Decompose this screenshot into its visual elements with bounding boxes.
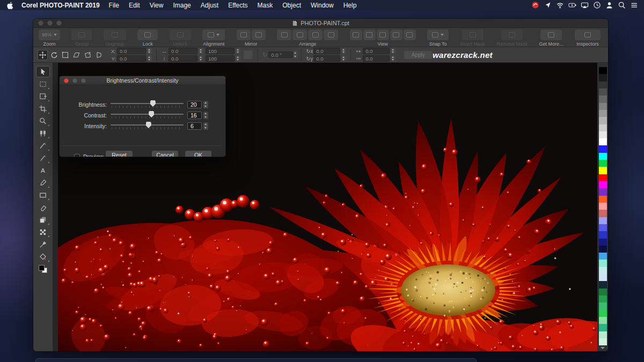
minimize-window-button[interactable]: [47, 20, 53, 26]
slider-track[interactable]: [111, 111, 184, 120]
palette-swatch-25[interactable]: [599, 246, 607, 253]
color-swatches-tool[interactable]: [36, 263, 50, 275]
palette-swatch-6[interactable]: [599, 110, 607, 117]
offset-x-field[interactable]: 0.0: [363, 48, 390, 54]
reset-button[interactable]: Reset: [106, 151, 133, 157]
palette-swatch-5[interactable]: [599, 103, 607, 110]
palette-swatch-33[interactable]: [599, 302, 607, 309]
to-back-button[interactable]: [324, 29, 338, 40]
clone-tool[interactable]: [36, 128, 50, 139]
palette-scroll-down-icon[interactable]: [601, 347, 605, 349]
liquid-tool[interactable]: [36, 152, 50, 164]
rectangle-tool[interactable]: [36, 189, 50, 201]
ungroup-button[interactable]: [104, 29, 126, 40]
menu-adjust[interactable]: Adjust: [196, 2, 223, 9]
palette-swatch-31[interactable]: [599, 289, 607, 295]
menu-image[interactable]: Image: [168, 2, 195, 9]
y-position-field[interactable]: 0.0: [117, 55, 146, 62]
palette-swatch-22[interactable]: [599, 224, 607, 231]
x-position-field[interactable]: 0.0: [117, 48, 146, 54]
palette-swatch-0[interactable]: [599, 67, 607, 74]
palette-swatch-28[interactable]: [599, 267, 607, 274]
spotlight-search-icon[interactable]: [617, 1, 626, 9]
palette-swatch-16[interactable]: [599, 181, 607, 188]
offset-y-field[interactable]: 0.0: [363, 55, 390, 62]
notification-list-icon[interactable]: [630, 1, 639, 9]
palette-swatch-32[interactable]: [599, 295, 607, 302]
height-field[interactable]: 0.0: [169, 55, 197, 62]
perspective-mode-button[interactable]: [94, 50, 104, 60]
apple-menu-icon[interactable]: [4, 2, 16, 9]
rotate-center-y-field[interactable]: 0.0: [313, 55, 340, 62]
pick-tool[interactable]: [36, 66, 50, 77]
foreground-background-swatches[interactable]: [39, 265, 47, 273]
mask-transform-tool[interactable]: [36, 91, 50, 102]
remove-mask-button[interactable]: [501, 29, 523, 40]
location-icon[interactable]: [543, 1, 552, 9]
guidelines-button[interactable]: [390, 29, 402, 40]
palette-swatch-27[interactable]: [599, 260, 607, 267]
skew-mode-button[interactable]: [71, 50, 82, 60]
slider-stepper[interactable]: [203, 112, 208, 119]
slider-track[interactable]: [111, 100, 184, 109]
palette-swatch-13[interactable]: [599, 160, 607, 167]
zoom-level-dropdown-button[interactable]: 98%: [39, 29, 60, 40]
time-machine-icon[interactable]: [592, 1, 602, 9]
menu-object[interactable]: Object: [277, 2, 306, 9]
zoom-window-button[interactable]: [56, 20, 62, 26]
palette-swatch-34[interactable]: [599, 310, 607, 317]
palette-swatch-26[interactable]: [599, 253, 607, 260]
ok-button[interactable]: OK: [185, 151, 211, 157]
fill-tool[interactable]: [36, 251, 50, 262]
palette-swatch-21[interactable]: [599, 217, 607, 224]
to-front-button[interactable]: [277, 29, 291, 40]
rotate-mode-button[interactable]: [49, 50, 59, 60]
preview-checkbox[interactable]: [74, 154, 80, 158]
inspectors-button[interactable]: [575, 29, 601, 40]
get-more-button[interactable]: [540, 29, 562, 40]
dialog-title-bar[interactable]: Brightness/Contrast/Intensity: [60, 76, 225, 85]
palette-swatch-2[interactable]: [599, 82, 607, 88]
menu-effects[interactable]: Effects: [223, 2, 252, 9]
lock-button[interactable]: [137, 29, 158, 40]
battery-charging-icon[interactable]: [568, 1, 577, 9]
palette-swatch-17[interactable]: [599, 188, 607, 195]
window-title-bar[interactable]: PHOTO-PAINT.cpt: [33, 19, 608, 28]
rotate-center-y-stepper[interactable]: [341, 55, 346, 62]
palette-swatch-3[interactable]: [599, 88, 607, 95]
maintain-ratio-button[interactable]: [244, 50, 252, 59]
rotate-center-x-stepper[interactable]: [341, 48, 346, 54]
palette-swatch-12[interactable]: [599, 153, 607, 160]
zoom-tool[interactable]: [36, 115, 50, 127]
eyedropper-tool[interactable]: [36, 239, 50, 250]
menu-mask[interactable]: Mask: [253, 2, 278, 9]
offset-x-stepper[interactable]: [391, 48, 396, 54]
width-stepper[interactable]: [199, 48, 203, 54]
text-tool[interactable]: A: [36, 165, 50, 176]
palette-swatch-15[interactable]: [599, 174, 607, 181]
slider-value-field[interactable]: 16: [187, 112, 202, 119]
grid-button[interactable]: [377, 29, 389, 40]
palette-swatch-11[interactable]: [599, 145, 607, 152]
wifi-icon[interactable]: [555, 1, 565, 9]
group-button[interactable]: [71, 29, 92, 40]
rectangle-mask-tool[interactable]: [36, 78, 50, 90]
mirror-horizontal-button[interactable]: [237, 29, 251, 40]
angle-stepper[interactable]: [293, 51, 298, 58]
object-transparency-tool[interactable]: [36, 226, 50, 238]
palette-swatch-1[interactable]: [599, 74, 607, 81]
user-icon[interactable]: [605, 1, 614, 9]
airplay-icon[interactable]: [580, 1, 589, 9]
crop-tool[interactable]: [36, 103, 50, 114]
palette-swatch-20[interactable]: [599, 210, 607, 217]
eraser-tool[interactable]: [36, 202, 50, 213]
back-one-button[interactable]: [308, 29, 323, 40]
alignment-button[interactable]: [202, 29, 225, 40]
close-window-button[interactable]: [38, 20, 43, 26]
slider-stepper[interactable]: [203, 122, 208, 130]
scale-width-stepper[interactable]: [236, 48, 240, 54]
palette-swatch-8[interactable]: [599, 124, 607, 131]
palette-swatch-7[interactable]: [599, 117, 607, 124]
palette-swatch-10[interactable]: [599, 138, 607, 145]
palette-swatch-19[interactable]: [599, 203, 607, 210]
